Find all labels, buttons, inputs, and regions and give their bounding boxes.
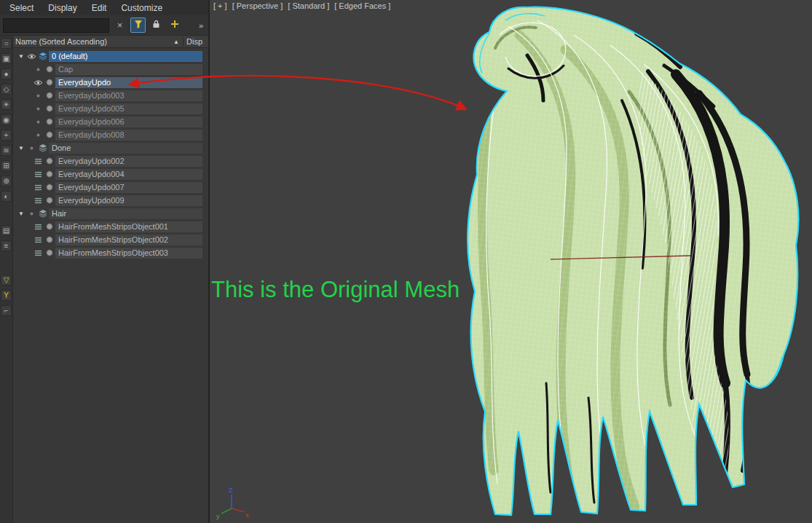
circle-icon (44, 170, 55, 178)
tree-row-hairfrommeshstripsobject001[interactable]: HairFromMeshStripsObject001 (13, 220, 208, 233)
perspective-viewport[interactable]: [ + ][ Perspective ][ Standard ][ Edged … (210, 0, 812, 523)
lock-explorer-button[interactable] (149, 17, 164, 33)
hidden-dot-icon[interactable] (32, 106, 44, 112)
filter-button[interactable] (130, 17, 146, 33)
circle-icon (44, 196, 55, 205)
scene-explorer-window: SelectDisplayEditCustomize × » ○▣●◇☀◉+≋⊞… (0, 0, 812, 523)
tree-row-everydayupdo006[interactable]: EverydayUpdo006 (13, 115, 208, 128)
tree-row-everydayupdo009[interactable]: EverydayUpdo009 (13, 194, 208, 207)
tree-row-everydayupdo003[interactable]: EverydayUpdo003 (13, 89, 208, 102)
row-label: HairFromMeshStripsObject001 (55, 221, 202, 232)
clear-search-button[interactable]: × (112, 17, 127, 33)
menubar: SelectDisplayEditCustomize (0, 0, 208, 15)
row-label: 0 (default) (49, 51, 202, 62)
tree-row-everydayupdo005[interactable]: EverydayUpdo005 (13, 102, 208, 115)
world-axis-tripod: Z x y (216, 485, 251, 520)
tree-row-hairfrommeshstripsobject003[interactable]: HairFromMeshStripsObject003 (13, 246, 208, 259)
add-filter-button[interactable] (167, 17, 182, 33)
row-label: EverydayUpdo009 (55, 195, 202, 206)
menu-display[interactable]: Display (42, 1, 83, 15)
tree-row-everydayupdo008[interactable]: EverydayUpdo008 (13, 128, 208, 141)
tree-row-cap[interactable]: Cap (13, 63, 208, 76)
display-spacewarps-icon[interactable]: ≋ (1, 145, 12, 156)
eye-icon[interactable] (25, 53, 37, 60)
tree-row-everydayupdo007[interactable]: EverydayUpdo007 (13, 181, 208, 194)
expand-arrow-icon[interactable]: ▼ (17, 211, 25, 217)
list-view-icon[interactable]: ▤ (1, 225, 12, 236)
display-geometry-icon[interactable]: ● (1, 68, 12, 79)
circle-icon (44, 65, 55, 74)
menu-customize[interactable]: Customize (114, 1, 169, 15)
sort-ascending-icon[interactable]: ▲ (173, 39, 179, 45)
circle-icon (44, 222, 55, 231)
hidden-dot-icon[interactable] (32, 132, 44, 138)
menu-select[interactable]: Select (3, 1, 40, 15)
viewport-shading-menu[interactable]: [ Edged Faces ] (334, 1, 390, 10)
frozen-icon[interactable] (32, 250, 44, 256)
hidden-dot-icon[interactable] (25, 145, 37, 152)
row-label: Cap (55, 64, 202, 75)
frozen-icon[interactable] (32, 224, 44, 230)
tree-row-everydayupdo002[interactable]: EverydayUpdo002 (13, 154, 208, 168)
explorer-body: ○▣●◇☀◉+≋⊞⊕◐▤≡▽Y⌐ Name (Sorted Ascending)… (0, 36, 208, 523)
display-groups-icon[interactable]: ⊞ (1, 160, 12, 171)
row-label: HairFromMeshStripsObject003 (55, 248, 202, 259)
hidden-dot-icon[interactable] (32, 93, 44, 99)
frozen-icon[interactable] (32, 184, 44, 191)
expand-arrow-icon[interactable]: ▼ (17, 145, 25, 152)
display-helpers-icon[interactable]: + (1, 130, 12, 141)
hidden-dot-icon[interactable] (25, 211, 37, 217)
circle-icon (44, 78, 55, 87)
display-column-header[interactable]: Disp (183, 37, 206, 46)
circle-icon (44, 117, 55, 126)
tree-row-hairfrommeshstripsobject002[interactable]: HairFromMeshStripsObject002 (13, 233, 208, 246)
display-cameras-icon[interactable]: ◉ (1, 114, 12, 125)
hidden-dot-icon[interactable] (32, 119, 44, 125)
hidden-dot-icon[interactable] (32, 66, 44, 73)
scene-explorer-tree: ▼0 (default)CapEverydayUpdoEverydayUpdo0… (13, 48, 208, 523)
search-input[interactable] (3, 18, 109, 33)
display-materials-icon[interactable]: ◐ (1, 191, 12, 202)
hierarchy-view-icon[interactable]: ≡ (1, 240, 12, 251)
circle-icon (44, 248, 55, 257)
frozen-icon[interactable] (32, 171, 44, 178)
circle-icon (44, 157, 55, 165)
select-by-name-icon[interactable]: ▣ (1, 53, 12, 64)
viewport-renderer-menu[interactable]: [ Standard ] (288, 1, 329, 10)
frozen-icon[interactable] (32, 237, 44, 243)
filter-combine-icon[interactable]: Y (1, 290, 12, 301)
tree-row-0-default[interactable]: ▼0 (default) (13, 50, 208, 63)
tree-row-everydayupdo[interactable]: EverydayUpdo (13, 76, 208, 89)
toolbar-overflow-button[interactable]: » (199, 21, 205, 30)
menu-edit[interactable]: Edit (85, 1, 114, 15)
name-column-header[interactable]: Name (Sorted Ascending) (15, 37, 173, 46)
display-xrefs-icon[interactable]: ⊕ (1, 176, 12, 186)
hair-mesh-object[interactable] (457, 4, 808, 520)
explorer-side-toolbar: ○▣●◇☀◉+≋⊞⊕◐▤≡▽Y⌐ (0, 36, 13, 523)
explorer-content: Name (Sorted Ascending) ▲ Disp ▼0 (defau… (13, 36, 208, 523)
axis-x-label: x (245, 511, 249, 519)
viewport-general-menu[interactable]: [ + ] (213, 1, 227, 10)
circle-icon (44, 130, 55, 139)
filter-funnel-icon[interactable]: ▽ (1, 275, 12, 286)
layerg-icon (37, 143, 49, 152)
tree-row-everydayupdo004[interactable]: EverydayUpdo004 (13, 168, 208, 181)
lock-icon (152, 20, 160, 31)
axis-y-label: y (216, 513, 220, 520)
row-label: Hair (49, 208, 202, 219)
row-label: Done (49, 143, 202, 154)
select-object-icon[interactable]: ○ (1, 38, 12, 49)
explorer-toolbar: × » (0, 15, 208, 36)
funnel-icon (134, 20, 143, 31)
display-shapes-icon[interactable]: ◇ (1, 84, 12, 95)
frozen-icon[interactable] (32, 158, 44, 165)
display-lights-icon[interactable]: ☀ (1, 99, 12, 110)
viewport-pov-menu[interactable]: [ Perspective ] (232, 1, 283, 10)
eye-icon[interactable] (32, 79, 44, 86)
tree-row-done[interactable]: ▼Done (13, 141, 208, 154)
tree-row-hair[interactable]: ▼Hair (13, 207, 208, 220)
expand-arrow-icon[interactable]: ▼ (17, 53, 25, 60)
frozen-icon[interactable] (32, 197, 44, 204)
pick-parent-icon[interactable]: ⌐ (1, 305, 12, 316)
row-label: EverydayUpdo002 (55, 156, 202, 167)
